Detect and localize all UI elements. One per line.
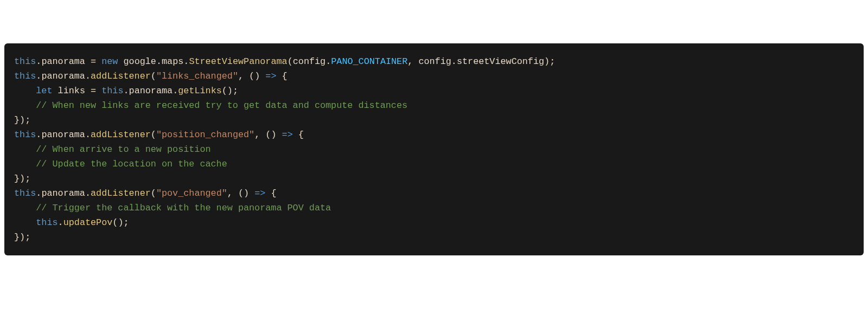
code-line: // When arrive to a new position	[14, 142, 854, 157]
code-line: this.updatePov();	[14, 215, 854, 230]
code-line: let links = this.panorama.getLinks();	[14, 84, 854, 98]
code-line: // Update the location on the cache	[14, 157, 854, 171]
code-line: this.panorama.addListener("pov_changed",…	[14, 186, 854, 201]
code-block: this.panorama = new google.maps.StreetVi…	[4, 43, 864, 255]
code-line: this.panorama = new google.maps.StreetVi…	[14, 54, 854, 69]
code-line: });	[14, 113, 854, 127]
code-line: });	[14, 230, 854, 245]
code-line: // When new links are received try to ge…	[14, 98, 854, 113]
code-line: // Trigger the callback with the new pan…	[14, 201, 854, 215]
code-line: });	[14, 171, 854, 186]
code-line: this.panorama.addListener("position_chan…	[14, 127, 854, 142]
code-line: this.panorama.addListener("links_changed…	[14, 69, 854, 84]
